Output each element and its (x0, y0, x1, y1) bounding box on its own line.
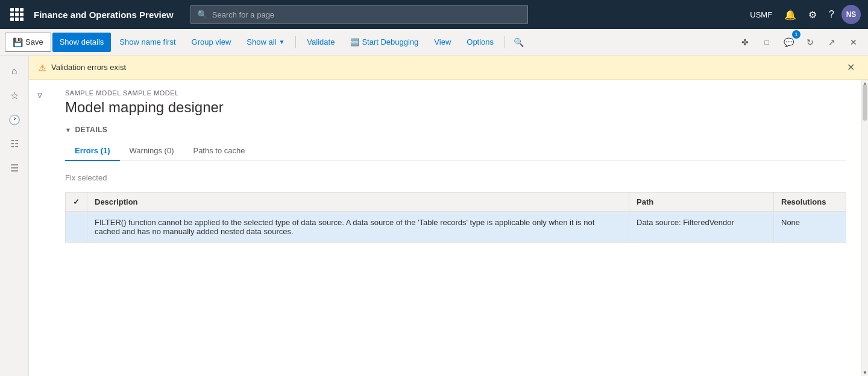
table-header: ✓ Description Path Resolutions (66, 193, 846, 212)
popout-button[interactable]: ↗ (822, 33, 841, 52)
validation-banner: ⚠ Validation errors exist ✕ (29, 56, 868, 80)
fix-selected-button[interactable]: Fix selected (65, 171, 107, 185)
validate-button[interactable]: Validate (300, 33, 342, 52)
expand-icon: □ (764, 38, 769, 46)
bell-icon: 🔔 (784, 9, 796, 21)
vertical-scrollbar[interactable]: ▲ ▼ (861, 80, 868, 376)
list-icon: ☰ (10, 162, 19, 174)
notification-badge-area: 💬 1 (779, 33, 798, 52)
table-cell-path: Data source: FilteredVendor (629, 212, 774, 243)
page-title: Model mapping designer (65, 99, 846, 116)
banner-close-button[interactable]: ✕ (843, 60, 858, 74)
search-toolbar-icon: 🔍 (514, 37, 524, 47)
table-row[interactable]: FILTER() function cannot be applied to t… (66, 212, 846, 243)
close-icon: ✕ (850, 37, 857, 47)
message-icon: 💬 (784, 37, 794, 47)
save-button[interactable]: 💾 Save (5, 33, 51, 52)
refresh-button[interactable]: ↻ (800, 33, 820, 52)
table-col-description: Description (87, 193, 629, 212)
popout-icon: ↗ (828, 37, 835, 47)
validation-message: Validation errors exist (51, 63, 126, 72)
filter-icon[interactable]: ▿ (37, 89, 42, 101)
table-body: FILTER() function cannot be applied to t… (66, 212, 846, 243)
error-table: ✓ Description Path Resolutions (65, 192, 846, 243)
main-toolbar: 💾 Save Show details Show name first Grou… (0, 29, 868, 56)
tab-warnings[interactable]: Warnings (0) (120, 141, 184, 161)
show-details-button[interactable]: Show details (52, 33, 112, 52)
home-icon: ⌂ (11, 66, 17, 77)
scrollbar-thumb[interactable] (863, 84, 867, 121)
search-icon: 🔍 (197, 10, 207, 19)
settings-button[interactable]: ⚙ (804, 7, 822, 23)
clock-icon: 🕐 (8, 114, 20, 126)
sidebar-item-home[interactable]: ⌂ (4, 60, 25, 82)
user-avatar[interactable]: NS (841, 5, 861, 24)
show-all-button[interactable]: Show all ▼ (239, 33, 292, 52)
open-in-new-button[interactable]: □ (757, 33, 776, 52)
table-cell-resolutions: None (774, 212, 846, 243)
scrollbar-arrow-down[interactable]: ▼ (861, 369, 868, 376)
grid-workspace-icon: ☷ (10, 138, 19, 150)
show-all-dropdown-icon: ▼ (278, 39, 285, 45)
notification-button[interactable]: 🔔 (779, 7, 801, 23)
sidebar-item-workspaces[interactable]: ☷ (4, 133, 25, 155)
start-debugging-button[interactable]: 🆕 Start Debugging (343, 33, 426, 52)
content-area: ⚠ Validation errors exist ✕ ▿ SAMPLE MOD… (29, 56, 868, 376)
gear-icon: ⚙ (808, 9, 817, 21)
toolbar-separator-2 (505, 36, 505, 48)
star-icon: ☆ (10, 90, 19, 101)
left-sidebar: ⌂ ☆ 🕐 ☷ ☰ (0, 56, 29, 376)
toolbar-separator-1 (295, 36, 296, 48)
search-toolbar-button[interactable]: 🔍 (509, 33, 528, 52)
table-col-path: Path (629, 193, 774, 212)
debug-icon: 🆕 (350, 38, 359, 46)
help-icon: ? (829, 9, 834, 20)
warning-triangle-icon: ⚠ (39, 63, 46, 72)
group-view-button[interactable]: Group view (184, 33, 239, 52)
view-button[interactable]: View (427, 33, 458, 52)
tab-errors[interactable]: Errors (1) (65, 141, 120, 161)
personalize-icon: ✤ (741, 37, 749, 47)
search-bar[interactable]: 🔍 (190, 5, 528, 24)
company-selector[interactable]: USMF (745, 8, 777, 22)
save-icon: 💾 (13, 37, 23, 47)
table-col-resolutions: Resolutions (774, 193, 846, 212)
top-navbar: Finance and Operations Preview 🔍 USMF 🔔 … (0, 0, 868, 29)
app-title: Finance and Operations Preview (34, 10, 174, 20)
section-collapse-icon: ▼ (65, 127, 71, 133)
options-button[interactable]: Options (459, 33, 501, 52)
sidebar-item-favorites[interactable]: ☆ (4, 84, 25, 106)
main-layout: ⌂ ☆ 🕐 ☷ ☰ ⚠ Validation errors exist ✕ ▿ (0, 56, 868, 376)
help-button[interactable]: ? (824, 7, 839, 22)
page-content: SAMPLE MODEL SAMPLE MODEL Model mapping … (51, 80, 861, 376)
close-button[interactable]: ✕ (844, 33, 863, 52)
show-name-first-button[interactable]: Show name first (112, 33, 183, 52)
section-label: DETAILS (75, 126, 107, 134)
tab-paths-to-cache[interactable]: Paths to cache (183, 141, 254, 161)
sidebar-item-list[interactable]: ☰ (4, 157, 25, 179)
table-col-check: ✓ (66, 193, 87, 212)
message-count-badge: 1 (792, 30, 800, 39)
table-cell-description: FILTER() function cannot be applied to t… (87, 212, 629, 243)
breadcrumb: SAMPLE MODEL SAMPLE MODEL (65, 89, 846, 97)
nav-right: USMF 🔔 ⚙ ? NS (745, 5, 861, 24)
sidebar-item-recent[interactable]: 🕐 (4, 109, 25, 130)
details-tabs: Errors (1) Warnings (0) Paths to cache (65, 141, 846, 161)
app-grid-button[interactable] (7, 5, 27, 24)
personalize-button[interactable]: ✤ (735, 33, 755, 52)
details-section-header[interactable]: ▼ DETAILS (65, 126, 846, 134)
table-cell-check (66, 212, 87, 243)
search-input[interactable] (212, 10, 521, 19)
grid-icon (10, 8, 24, 21)
refresh-icon: ↻ (807, 37, 814, 47)
